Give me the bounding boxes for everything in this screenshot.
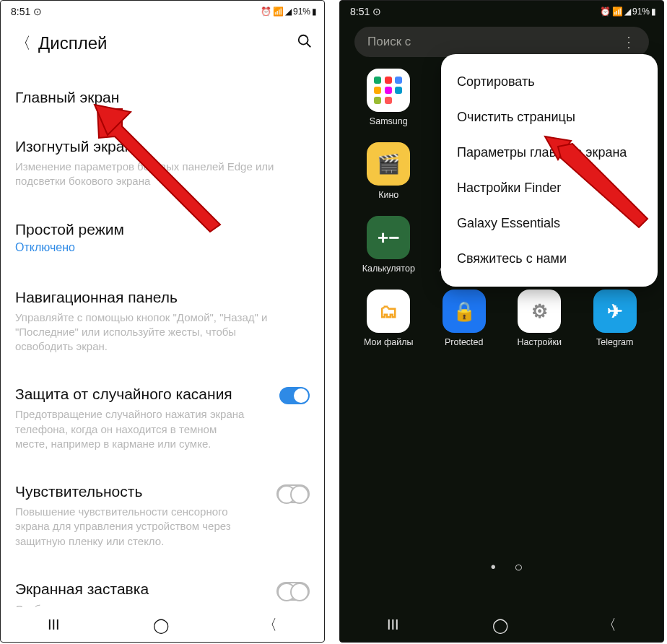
alarm-icon: ⏰	[600, 6, 611, 17]
app-my-files[interactable]: 🗂 Мои файлы	[353, 290, 424, 347]
phone-right: 8:51 ⊙ ⏰ 📶 ◢ 91% ▮ Поиск с ⋮	[339, 0, 664, 643]
menu-galaxy-essentials[interactable]: Galaxy Essentials	[441, 206, 658, 241]
app-drawer: Поиск с ⋮ Samsung	[340, 21, 663, 607]
page-title: Дисплей	[38, 33, 297, 53]
status-bar: 8:51 ⊙ ⏰ 📶 ◢ 91% ▮	[340, 1, 663, 21]
svg-point-0	[299, 35, 308, 45]
search-icon[interactable]	[297, 33, 313, 53]
setting-easy-mode[interactable]: Простой режим Отключено	[15, 206, 310, 274]
recents-button[interactable]: III	[387, 617, 399, 633]
toggle-touch-sensitivity[interactable]	[276, 484, 310, 503]
signal-icon: ◢	[285, 6, 292, 17]
more-options-icon[interactable]: ⋮	[622, 33, 636, 51]
battery-icon: ▮	[651, 6, 656, 17]
app-kino[interactable]: 🎬 Кино	[353, 142, 424, 200]
setting-touch-sensitivity[interactable]: Чувствительность Повышение чувствительно…	[15, 469, 310, 566]
toggle-accidental-touch[interactable]	[279, 387, 310, 404]
setting-accidental-touch[interactable]: Защита от случайного касания Предотвраще…	[15, 371, 310, 469]
back-nav-button[interactable]: 〈	[263, 615, 277, 635]
nav-bar: III ◯ 〈	[340, 607, 663, 642]
home-button[interactable]: ◯	[492, 617, 508, 634]
battery-pct: 91%	[293, 6, 310, 17]
recents-button[interactable]: III	[48, 617, 60, 633]
app-samsung[interactable]: Samsung	[353, 69, 424, 126]
app-calculator[interactable]: +− Калькулятор	[353, 216, 424, 274]
battery-pct: 91%	[632, 6, 650, 17]
header: 〈 Дисплей	[1, 21, 324, 74]
status-time: 8:51	[11, 6, 30, 17]
phone-left: 8:51 ⊙ ⏰ 📶 ◢ 91% ▮ 〈 Дисплей Главный экр…	[0, 0, 325, 643]
app-settings[interactable]: ⚙ Настройки	[504, 290, 575, 347]
menu-sort[interactable]: Сортировать	[441, 64, 658, 100]
alarm-icon: ⏰	[261, 6, 271, 17]
back-nav-button[interactable]: 〈	[602, 615, 616, 635]
setting-edge-screen[interactable]: Изогнутый экран Изменение параметров бок…	[15, 123, 310, 206]
finder-search[interactable]: Поиск с ⋮	[354, 27, 649, 57]
app-telegram[interactable]: ✈ Telegram	[580, 290, 651, 347]
context-menu: Сортировать Очистить страницы Параметры …	[441, 54, 658, 287]
settings-list: Главный экран Изогнутый экран Изменение …	[1, 74, 324, 607]
signal-icon: ◢	[624, 6, 631, 17]
samsung-folder-icon	[367, 69, 410, 112]
app-badge-icon: ⊙	[372, 6, 381, 17]
wifi-icon: 📶	[273, 6, 284, 17]
app-protected[interactable]: 🔒 Protected	[429, 290, 500, 347]
battery-icon: ▮	[312, 6, 317, 17]
files-icon: 🗂	[367, 290, 410, 333]
menu-finder-settings[interactable]: Настройки Finder	[441, 170, 658, 206]
status-bar: 8:51 ⊙ ⏰ 📶 ◢ 91% ▮	[1, 1, 324, 21]
status-time: 8:51	[350, 6, 370, 17]
menu-home-screen-settings[interactable]: Параметры главного экрана	[441, 135, 658, 170]
menu-clean-pages[interactable]: Очистить страницы	[441, 100, 658, 135]
wifi-icon: 📶	[612, 6, 623, 17]
home-button[interactable]: ◯	[153, 617, 169, 634]
calculator-icon: +−	[367, 216, 410, 259]
nav-bar: III ◯ 〈	[1, 607, 324, 642]
page-indicator: • ○	[349, 559, 663, 575]
setting-home-screen[interactable]: Главный экран	[15, 74, 310, 123]
svg-line-1	[307, 43, 311, 48]
telegram-icon: ✈	[593, 290, 637, 333]
protected-icon: 🔒	[443, 290, 486, 333]
settings-icon: ⚙	[518, 290, 561, 333]
setting-screensaver[interactable]: Экранная заставка Отображение заставки п…	[15, 566, 310, 607]
toggle-screensaver[interactable]	[276, 582, 310, 601]
setting-nav-bar[interactable]: Навигационная панель Управляйте с помощь…	[15, 274, 310, 372]
search-placeholder: Поиск с	[367, 35, 411, 49]
app-badge-icon: ⊙	[33, 6, 42, 17]
menu-contact-us[interactable]: Свяжитесь с нами	[441, 241, 658, 277]
back-button[interactable]: 〈	[12, 32, 38, 54]
kino-icon: 🎬	[367, 142, 410, 186]
